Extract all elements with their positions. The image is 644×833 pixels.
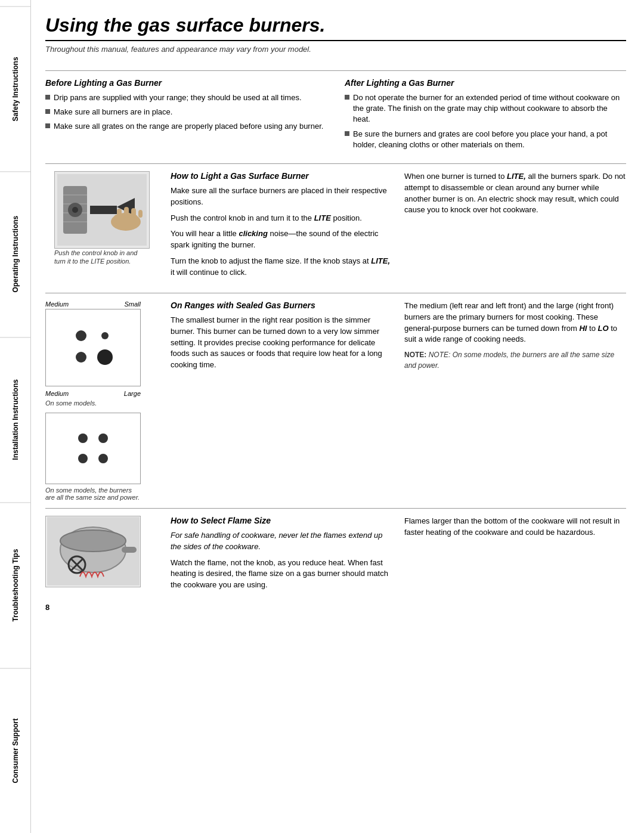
sealed-burners-section: Medium Small Medium Large On some models… xyxy=(45,301,626,501)
flame-left: How to Select Flame Size For safe handli… xyxy=(171,516,392,596)
burner-diagram-equal: On some models, the burners are all the … xyxy=(45,413,159,501)
sealed-p1: The smallest burner in the right rear po… xyxy=(171,315,392,371)
before-bullet-1: Drip pans are supplied with your range; … xyxy=(45,92,327,103)
sealed-right-p1: The medium (left rear and left front) an… xyxy=(404,301,626,345)
burner-dot2-3 xyxy=(78,454,88,463)
on-some-models2-label: On some models, the burners are all the … xyxy=(45,487,141,501)
burner-diagram-2 xyxy=(45,413,141,484)
flame-cookware-image xyxy=(45,516,141,587)
bullet-icon-1 xyxy=(45,95,50,100)
svg-rect-13 xyxy=(124,207,129,218)
flame-size-heading: How to Select Flame Size xyxy=(171,516,392,525)
knob-hand-image xyxy=(54,171,150,249)
burner-dot-medium-front xyxy=(76,352,86,363)
sealed-burners-text: On Ranges with Sealed Gas Burners The sm… xyxy=(171,301,626,501)
flame-left-p1: Watch the flame, not the knob, as you re… xyxy=(171,558,392,592)
how-to-p1: Make sure all the surface burners are pl… xyxy=(171,185,392,208)
bullet-icon-5 xyxy=(345,131,349,136)
page-title: Using the gas surface burners. xyxy=(45,14,626,41)
sidebar-item-safety: Safety Instructions xyxy=(0,6,30,171)
svg-rect-15 xyxy=(138,210,143,218)
how-to-right-p1: When one burner is turned to LITE, all t… xyxy=(404,171,626,216)
sealed-note: NOTE: NOTE: On some models, the burners … xyxy=(404,350,626,371)
divider-2 xyxy=(45,163,626,164)
flame-svg xyxy=(47,517,140,586)
svg-rect-9 xyxy=(90,206,117,214)
svg-rect-22 xyxy=(122,547,137,553)
burner-dot-medium-rear xyxy=(76,330,86,341)
svg-point-18 xyxy=(60,530,126,552)
on-some-models-label: On some models. xyxy=(45,400,141,407)
how-to-light-heading: How to Light a Gas Surface Burner xyxy=(171,171,392,181)
how-to-light-section: Push the control knob in and turn it to … xyxy=(45,171,626,283)
bullet-icon-3 xyxy=(45,123,50,128)
flame-image-col xyxy=(45,516,159,596)
flame-right: Flames larger than the bottom of the coo… xyxy=(404,516,626,596)
how-to-image-col: Push the control knob in and turn it to … xyxy=(45,171,159,283)
bullet-icon-2 xyxy=(45,109,50,114)
burner-diagrams-col: Medium Small Medium Large On some models… xyxy=(45,301,159,501)
burner-dot-large xyxy=(97,349,113,365)
divider-3 xyxy=(45,293,626,293)
after-bullet-2: Be sure the burners and grates are cool … xyxy=(345,129,626,150)
burner-dot2-2 xyxy=(98,433,108,443)
divider-4 xyxy=(45,508,626,509)
flame-italic-note: For safe handling of cookware, never let… xyxy=(171,530,392,553)
after-bullet-1: Do not operate the burner for an extende… xyxy=(345,92,626,125)
sidebar-item-operating: Operating Instructions xyxy=(0,171,30,336)
before-lighting-col: Before Lighting a Gas Burner Drip pans a… xyxy=(45,78,327,154)
after-lighting-heading: After Lighting a Gas Burner xyxy=(345,78,626,88)
burner-dot2-4 xyxy=(98,454,108,463)
svg-rect-12 xyxy=(117,209,122,218)
how-to-left: How to Light a Gas Surface Burner Make s… xyxy=(171,171,392,283)
before-lighting-heading: Before Lighting a Gas Burner xyxy=(45,78,327,88)
sealed-burners-heading: On Ranges with Sealed Gas Burners xyxy=(171,301,392,310)
burner-grid-2 xyxy=(70,425,116,472)
before-bullet-3: Make sure all grates on the range are pr… xyxy=(45,121,327,132)
divider-1 xyxy=(45,70,626,71)
sealed-burners-left: On Ranges with Sealed Gas Burners The sm… xyxy=(171,301,392,501)
page-number: 8 xyxy=(45,603,626,612)
sidebar: Safety Instructions Operating Instructio… xyxy=(0,0,31,833)
sidebar-item-troubleshooting: Troubleshooting Tips xyxy=(0,502,30,667)
burner-label-row-top: Medium Small xyxy=(45,301,141,308)
page-subtitle: Throughout this manual, features and app… xyxy=(45,45,626,54)
sealed-burners-right: The medium (left rear and left front) an… xyxy=(404,301,626,501)
knob-hand-svg xyxy=(57,174,147,246)
bullet-icon-4 xyxy=(345,95,349,100)
how-to-p4: Turn the knob to adjust the flame size. … xyxy=(171,256,392,278)
burner-diagram-labeled: Medium Small Medium Large On some models… xyxy=(45,301,159,407)
burner-diagram-1 xyxy=(45,309,141,386)
flame-text-cols: How to Select Flame Size For safe handli… xyxy=(171,516,626,596)
burner-dot-small xyxy=(101,332,109,339)
burner-label-row-bottom: Medium Large xyxy=(45,390,141,397)
main-content: Using the gas surface burners. Throughou… xyxy=(31,0,644,833)
sidebar-item-consumer: Consumer Support xyxy=(0,668,30,833)
burner-dot2-1 xyxy=(78,433,88,443)
flame-size-section: How to Select Flame Size For safe handli… xyxy=(45,516,626,596)
after-lighting-col: After Lighting a Gas Burner Do not opera… xyxy=(345,78,626,154)
how-to-right: When one burner is turned to LITE, all t… xyxy=(404,171,626,283)
burner-grid-1 xyxy=(67,324,119,371)
how-to-p2: Push the control knob in and turn it to … xyxy=(171,213,392,224)
before-after-section: Before Lighting a Gas Burner Drip pans a… xyxy=(45,78,626,154)
knob-image-caption: Push the control knob in and turn it to … xyxy=(54,249,150,266)
before-bullet-2: Make sure all burners are in place. xyxy=(45,107,327,117)
svg-rect-14 xyxy=(131,208,136,218)
how-to-text-cols: How to Light a Gas Surface Burner Make s… xyxy=(171,171,626,283)
svg-point-7 xyxy=(72,207,78,213)
flame-right-p1: Flames larger than the bottom of the coo… xyxy=(404,516,626,538)
sidebar-item-installation: Installation Instructions xyxy=(0,337,30,502)
how-to-p3: You will hear a little clicking noise—th… xyxy=(171,228,392,251)
